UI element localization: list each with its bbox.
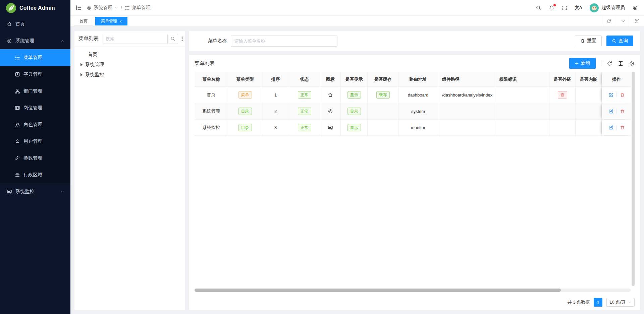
breadcrumb-current: 菜单管理 bbox=[132, 5, 151, 11]
col-header: 是否缓存 bbox=[368, 72, 398, 86]
cell-component bbox=[438, 120, 495, 135]
external-badge: 否 bbox=[558, 91, 567, 99]
roles-icon bbox=[15, 122, 20, 127]
page-1-button[interactable]: 1 bbox=[594, 298, 602, 307]
sidebar-item-label: 字典管理 bbox=[23, 71, 64, 77]
query-button[interactable]: 查询 bbox=[606, 36, 633, 46]
app-logo[interactable]: Coffee Admin bbox=[0, 0, 70, 16]
chevron-down-icon bbox=[628, 300, 632, 304]
tab-refresh-button[interactable] bbox=[602, 16, 616, 26]
tab-home[interactable]: 首页 bbox=[74, 17, 93, 25]
add-button[interactable]: 新增 bbox=[569, 58, 596, 69]
expand-icon bbox=[635, 19, 640, 24]
content-fullscreen-button[interactable] bbox=[630, 16, 644, 26]
sidebar-item-dept-mgmt[interactable]: 部门管理 bbox=[0, 83, 70, 100]
status-badge: 正常 bbox=[298, 108, 311, 115]
chevron-down-icon bbox=[60, 190, 64, 194]
sidebar-item-label: 行政区域 bbox=[23, 172, 64, 178]
gear-icon bbox=[7, 38, 12, 44]
page-size-select[interactable]: 10 条/页 bbox=[606, 298, 635, 307]
tree-search-button[interactable] bbox=[167, 34, 178, 44]
table-row[interactable]: 首页 菜单 1 正常 显示 缓存 dashboard /dashboard/an… bbox=[195, 86, 631, 103]
tree-node-system[interactable]: 系统管理 bbox=[74, 60, 185, 70]
reset-label: 重置 bbox=[587, 38, 596, 44]
sidebar-item-user-mgmt[interactable]: 用户管理 bbox=[0, 133, 70, 150]
cell-route: system bbox=[398, 103, 438, 119]
delete-button[interactable] bbox=[620, 109, 625, 114]
sidebar-item-menu-mgmt[interactable]: 菜单管理 bbox=[0, 49, 70, 66]
menu-name-label: 菜单名称 bbox=[208, 38, 227, 44]
scrollbar-thumb[interactable] bbox=[195, 289, 561, 292]
table-row[interactable]: 系统管理 目录 2 正常 显示 system bbox=[195, 103, 631, 119]
tab-menu-mgmt[interactable]: 菜单管理 x bbox=[95, 17, 127, 25]
table-title: 菜单列表 bbox=[195, 60, 215, 67]
kebab-icon bbox=[181, 36, 183, 42]
sidebar-collapse-button[interactable] bbox=[76, 5, 82, 11]
col-header: 是否内嵌 bbox=[576, 72, 602, 86]
table-density-button[interactable] bbox=[618, 61, 624, 66]
list-icon bbox=[15, 55, 20, 60]
sidebar-item-region-mgmt[interactable]: 行政区域 bbox=[0, 167, 70, 183]
tab-bar: 首页 菜单管理 x bbox=[70, 16, 644, 27]
tab-dropdown-button[interactable] bbox=[616, 16, 630, 26]
reset-button[interactable]: 重置 bbox=[575, 36, 602, 46]
delete-button[interactable] bbox=[620, 125, 625, 130]
sidebar-item-dict-mgmt[interactable]: 字典管理 bbox=[0, 66, 70, 83]
notifications-button[interactable] bbox=[549, 5, 554, 11]
col-header: 是否显示 bbox=[341, 72, 368, 86]
fullscreen-button[interactable] bbox=[562, 5, 568, 11]
breadcrumb: 系统管理 / 菜单管理 bbox=[87, 5, 151, 11]
tree-node-home[interactable]: 首页 bbox=[74, 50, 185, 60]
visible-badge: 显示 bbox=[347, 91, 361, 99]
menu-table: 菜单名称 菜单类型 排序 状态 图标 是否显示 是否缓存 路由地址 组件路径 权… bbox=[195, 72, 631, 136]
caret-right-icon[interactable] bbox=[80, 73, 83, 76]
header-search-button[interactable] bbox=[536, 5, 541, 11]
cell-embed bbox=[576, 103, 602, 119]
edit-button[interactable] bbox=[608, 109, 613, 114]
sidebar-item-post-mgmt[interactable]: 岗位管理 bbox=[0, 100, 70, 116]
sidebar-item-role-mgmt[interactable]: 角色管理 bbox=[0, 116, 70, 133]
caret-right-icon[interactable] bbox=[80, 63, 83, 66]
cell-permission bbox=[495, 120, 549, 135]
trash-icon bbox=[620, 125, 625, 130]
tree-node-monitor[interactable]: 系统监控 bbox=[74, 70, 185, 80]
edit-button[interactable] bbox=[608, 92, 613, 98]
avatar bbox=[590, 3, 599, 12]
gear-icon bbox=[629, 61, 635, 66]
tree-panel-title: 菜单列表 bbox=[78, 36, 99, 42]
menu-tree-panel: 菜单列表 首页 系统管理 bbox=[74, 31, 185, 310]
tree-search bbox=[103, 34, 178, 44]
delete-button[interactable] bbox=[620, 92, 625, 98]
vertical-scrollbar[interactable] bbox=[632, 72, 635, 286]
table-refresh-button[interactable] bbox=[607, 61, 612, 66]
cell-external bbox=[549, 103, 576, 119]
col-header: 是否外链 bbox=[549, 72, 576, 86]
menu-type-badge: 菜单 bbox=[238, 91, 252, 99]
settings-button[interactable] bbox=[632, 5, 638, 11]
breadcrumb-section[interactable]: 系统管理 bbox=[94, 5, 112, 11]
add-label: 新增 bbox=[581, 60, 590, 66]
horizontal-scrollbar[interactable] bbox=[195, 289, 631, 292]
tree-more-button[interactable] bbox=[181, 36, 183, 42]
sidebar-item-label: 参数管理 bbox=[23, 155, 64, 161]
edit-button[interactable] bbox=[608, 125, 613, 130]
sidebar-item-monitor[interactable]: 系统监控 bbox=[0, 183, 70, 200]
sidebar-item-home[interactable]: 首页 bbox=[0, 16, 70, 33]
tree-node-label: 系统管理 bbox=[85, 62, 104, 68]
language-switch-button[interactable]: 文A bbox=[575, 5, 582, 11]
sidebar-item-param-mgmt[interactable]: 参数管理 bbox=[0, 150, 70, 167]
menu-name-input[interactable] bbox=[231, 36, 337, 47]
home-icon bbox=[7, 21, 12, 27]
edit-icon bbox=[608, 92, 613, 98]
trash-icon bbox=[620, 109, 625, 114]
cell-permission bbox=[495, 87, 549, 103]
wrench-icon bbox=[15, 155, 20, 161]
home-icon bbox=[328, 92, 333, 98]
tree-search-input[interactable] bbox=[103, 34, 167, 44]
sidebar-item-system[interactable]: 系统管理 bbox=[0, 33, 70, 49]
user-menu[interactable]: 超级管理员 bbox=[590, 3, 625, 12]
monitor-icon bbox=[328, 125, 333, 130]
table-row[interactable]: 系统监控 目录 3 正常 显示 monitor bbox=[195, 119, 631, 136]
close-icon[interactable]: x bbox=[120, 19, 122, 23]
table-settings-button[interactable] bbox=[629, 61, 635, 66]
